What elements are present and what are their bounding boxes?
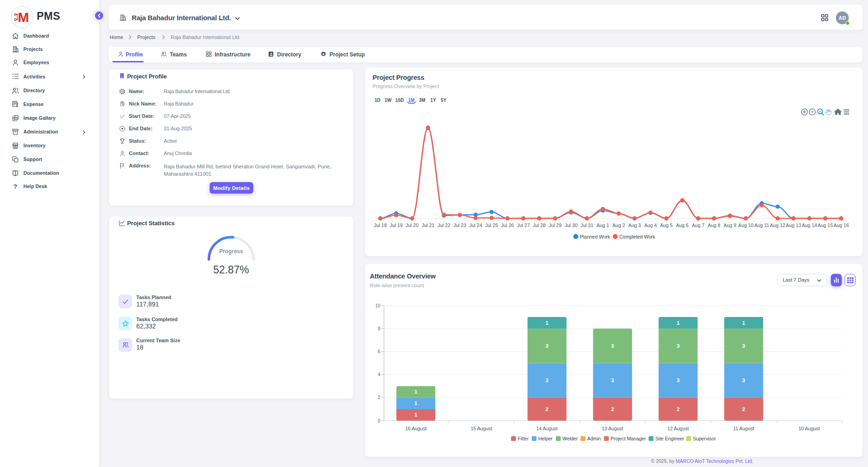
svg-text:0: 0 xyxy=(378,418,380,423)
svg-text:1: 1 xyxy=(414,400,417,406)
svg-text:3: 3 xyxy=(677,343,679,349)
svg-text:Jul 25: Jul 25 xyxy=(485,222,498,228)
svg-text:3: 3 xyxy=(611,343,614,349)
svg-text:Aug 5: Aug 5 xyxy=(660,222,673,228)
svg-text:Jul 30: Jul 30 xyxy=(565,222,578,228)
svg-text:4: 4 xyxy=(378,372,380,377)
svg-text:Planned Work: Planned Work xyxy=(580,234,611,239)
svg-text:Welder: Welder xyxy=(562,436,578,441)
svg-text:1: 1 xyxy=(414,389,417,395)
svg-text:1: 1 xyxy=(545,320,549,326)
svg-text:Jul 23: Jul 23 xyxy=(453,222,466,228)
svg-text:Admin: Admin xyxy=(587,436,601,441)
svg-text:Project Manager: Project Manager xyxy=(611,436,646,441)
svg-text:Jul 27: Jul 27 xyxy=(517,222,530,228)
svg-text:11 August: 11 August xyxy=(733,426,754,431)
svg-text:Aug 15: Aug 15 xyxy=(818,222,833,228)
svg-text:2: 2 xyxy=(742,406,745,412)
svg-text:Jul 21: Jul 21 xyxy=(422,222,434,228)
svg-text:Jul 20: Jul 20 xyxy=(406,222,418,228)
svg-text:Jul 26: Jul 26 xyxy=(501,222,514,228)
svg-text:Jul 19: Jul 19 xyxy=(390,222,403,228)
svg-text:2: 2 xyxy=(677,406,679,412)
svg-text:Aug 11: Aug 11 xyxy=(754,222,769,228)
svg-text:Helper: Helper xyxy=(538,436,552,441)
svg-text:Aug 12: Aug 12 xyxy=(770,222,785,228)
svg-text:1: 1 xyxy=(677,320,680,326)
svg-text:3: 3 xyxy=(742,343,745,349)
svg-text:Jul 24: Jul 24 xyxy=(469,222,482,228)
svg-text:8: 8 xyxy=(378,326,380,331)
svg-text:Aug 9: Aug 9 xyxy=(723,222,736,228)
svg-text:M: M xyxy=(18,10,29,25)
svg-text:Aug 16: Aug 16 xyxy=(834,222,849,228)
svg-text:Jul 18: Jul 18 xyxy=(374,222,387,228)
svg-text:Aug 1: Aug 1 xyxy=(596,222,609,228)
svg-text:12 August: 12 August xyxy=(668,426,689,431)
svg-text:Site Engineer: Site Engineer xyxy=(655,436,684,441)
svg-text:Aug 3: Aug 3 xyxy=(628,222,641,228)
svg-text:Jul 28: Jul 28 xyxy=(533,222,545,228)
svg-text:Aug 4: Aug 4 xyxy=(644,222,657,228)
svg-text:3: 3 xyxy=(545,343,548,349)
svg-text:Aug 14: Aug 14 xyxy=(802,222,817,228)
svg-text:Aug 10: Aug 10 xyxy=(738,222,753,228)
svg-text:3: 3 xyxy=(545,378,548,383)
svg-text:Supervisor: Supervisor xyxy=(693,436,716,441)
svg-text:13 August: 13 August xyxy=(602,426,623,431)
svg-text:2: 2 xyxy=(611,406,614,412)
svg-text:Fitter: Fitter xyxy=(518,436,529,441)
svg-text:2: 2 xyxy=(378,395,380,400)
svg-text:16 August: 16 August xyxy=(405,426,427,431)
svg-text:10: 10 xyxy=(375,303,381,308)
svg-text:15 August: 15 August xyxy=(471,426,492,431)
svg-text:Jul 31: Jul 31 xyxy=(580,222,593,228)
svg-text:Aug 2: Aug 2 xyxy=(612,222,625,228)
svg-text:Jul 29: Jul 29 xyxy=(549,222,562,228)
svg-text:Aug 13: Aug 13 xyxy=(786,222,801,228)
svg-text:1: 1 xyxy=(742,320,746,326)
svg-text:3: 3 xyxy=(611,378,614,383)
svg-text:Aug 7: Aug 7 xyxy=(692,222,705,228)
svg-text:3: 3 xyxy=(677,378,679,383)
svg-text:3: 3 xyxy=(742,378,745,383)
svg-text:6: 6 xyxy=(378,349,380,354)
svg-text:Aug 8: Aug 8 xyxy=(708,222,721,228)
svg-text:Completed Work: Completed Work xyxy=(619,234,656,239)
svg-text:1: 1 xyxy=(414,412,417,417)
svg-text:10 August: 10 August xyxy=(799,426,820,431)
svg-text:Aug 6: Aug 6 xyxy=(676,222,689,228)
svg-text:Jul 22: Jul 22 xyxy=(438,222,451,228)
svg-text:14 August: 14 August xyxy=(536,426,558,431)
svg-text:2: 2 xyxy=(545,406,548,412)
